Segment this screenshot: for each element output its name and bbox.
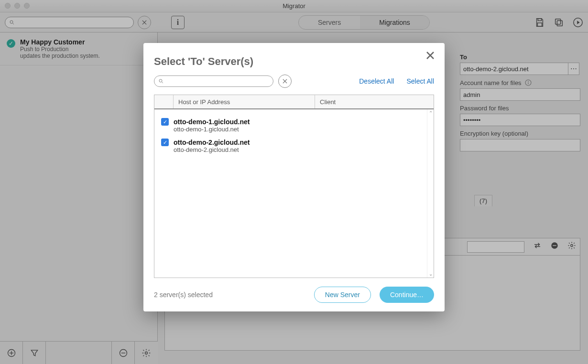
close-icon <box>425 50 436 61</box>
search-icon <box>158 78 164 84</box>
col-client[interactable]: Client <box>315 95 434 108</box>
server-grid: Host or IP Address Client ✓ otto-demo-1.… <box>154 95 434 278</box>
grid-scrollbar[interactable]: ⌃ ⌄ <box>427 109 434 278</box>
dialog-clear-search[interactable] <box>278 75 292 88</box>
server-row[interactable]: ✓ otto-demo-2.gicloud.net otto-demo-2.gi… <box>156 136 425 156</box>
server-name: otto-demo-1.gicloud.net <box>174 118 250 126</box>
scroll-down-icon: ⌄ <box>429 271 433 277</box>
selection-status: 2 server(s) selected <box>154 291 213 299</box>
new-server-button[interactable]: New Server <box>314 287 371 303</box>
close-icon <box>282 78 288 85</box>
col-host[interactable]: Host or IP Address <box>174 95 315 108</box>
server-sub: otto-demo-1.gicloud.net <box>174 126 250 133</box>
checkbox-checked-icon[interactable]: ✓ <box>161 118 169 126</box>
dialog-title: Select 'To' Server(s) <box>154 55 434 68</box>
modal-overlay: Select 'To' Server(s) Deselect All Selec… <box>0 0 588 364</box>
continue-button[interactable]: Continue… <box>380 287 434 303</box>
server-sub: otto-demo-2.gicloud.net <box>174 146 250 153</box>
app-window: Migrator i Servers Migrations ✓ <box>0 0 588 364</box>
select-to-servers-dialog: Select 'To' Server(s) Deselect All Selec… <box>143 43 445 311</box>
svg-point-24 <box>159 79 162 82</box>
grid-header: Host or IP Address Client <box>154 95 434 109</box>
grid-body: ✓ otto-demo-1.gicloud.net otto-demo-1.gi… <box>154 109 427 278</box>
deselect-all-link[interactable]: Deselect All <box>359 77 394 85</box>
dialog-search[interactable] <box>154 75 273 87</box>
select-all-link[interactable]: Select All <box>406 77 434 85</box>
close-button[interactable] <box>425 50 436 63</box>
col-check <box>154 95 174 108</box>
server-row[interactable]: ✓ otto-demo-1.gicloud.net otto-demo-1.gi… <box>156 115 425 136</box>
server-name: otto-demo-2.gicloud.net <box>174 139 250 146</box>
svg-line-25 <box>162 82 163 84</box>
scroll-up-icon: ⌃ <box>429 110 433 116</box>
checkbox-checked-icon[interactable]: ✓ <box>161 139 169 146</box>
